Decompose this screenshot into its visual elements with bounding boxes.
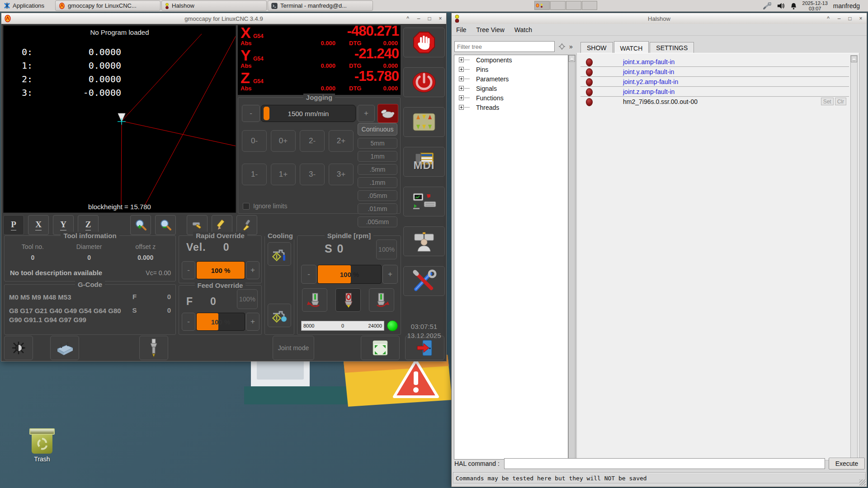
flood-coolant-button[interactable] <box>268 304 291 327</box>
tree-scrollbar[interactable] <box>568 55 576 460</box>
gmoccapy-close-button[interactable]: × <box>437 14 443 23</box>
jog-1-plus-button[interactable]: 1+ <box>271 164 296 185</box>
filter-more-chevron[interactable]: » <box>569 43 573 50</box>
spindle-ccw-button[interactable] <box>302 288 327 312</box>
filter-settings-icon[interactable] <box>558 43 566 50</box>
feed-plus-button[interactable]: + <box>246 313 259 331</box>
halshow-maximize-button[interactable]: □ <box>847 14 853 23</box>
spindle-minus-button[interactable]: - <box>301 265 316 284</box>
execute-button[interactable]: Execute <box>829 458 865 469</box>
hal-command-input[interactable] <box>504 458 825 469</box>
applications-menu-button[interactable]: Applications <box>0 0 55 11</box>
view-x-button[interactable]: X <box>28 215 49 235</box>
tab-watch[interactable]: WATCH <box>614 41 649 53</box>
dro-panel[interactable]: X G54 -480.271 Abs 0.000 DTG 0.000 Y G54… <box>238 25 401 95</box>
watch-pin-name[interactable]: joint.x.amp-fault-in <box>623 58 675 66</box>
menu-watch[interactable]: Watch <box>514 26 532 33</box>
view-z-button[interactable]: Z <box>78 215 99 235</box>
spindle-override-slider[interactable]: 100 % <box>317 265 382 284</box>
tool-measure-button[interactable] <box>187 215 208 235</box>
clr-button[interactable]: Clr <box>835 98 846 105</box>
settings-button[interactable] <box>403 266 445 296</box>
watch-pin-name[interactable]: joint.y2.amp-fault-in <box>623 78 678 85</box>
view-y-button[interactable]: Y <box>53 215 74 235</box>
feed-minus-button[interactable]: - <box>182 313 195 331</box>
jog-2-plus-button[interactable]: 2+ <box>329 130 354 152</box>
gcode-preview[interactable]: No Program loaded 0:0.0000 1:0.0000 2:0.… <box>3 25 236 213</box>
zoom-out-button[interactable] <box>155 215 176 235</box>
workspace-2[interactable] <box>550 1 566 10</box>
filter-tree-input[interactable] <box>454 41 555 52</box>
gmoccapy-minimize-button[interactable]: – <box>415 14 422 23</box>
tree-item-functions[interactable]: Functions <box>454 93 568 103</box>
task-terminal[interactable]: Terminal - manfredg@d... <box>268 0 373 11</box>
expander-plus-icon[interactable] <box>459 76 464 81</box>
watch-scrollbar[interactable] <box>850 55 858 459</box>
tool-change-button[interactable] <box>139 336 168 360</box>
increment-1mm-button[interactable]: 1mm <box>358 151 397 162</box>
increment-0005mm-button[interactable]: .005mm <box>358 216 397 227</box>
expander-plus-icon[interactable] <box>459 95 464 100</box>
tab-settings[interactable]: SETTINGS <box>650 42 694 53</box>
mist-coolant-button[interactable] <box>268 242 291 266</box>
menu-file[interactable]: File <box>456 26 467 33</box>
expander-plus-icon[interactable] <box>459 57 464 62</box>
auto-mode-button[interactable] <box>403 187 445 216</box>
feed-reset-100-button[interactable]: 100% <box>237 289 258 309</box>
joint-mode-button[interactable]: Joint mode <box>273 336 314 360</box>
jog-2-minus-button[interactable]: 2- <box>300 130 325 152</box>
workspace-4[interactable] <box>582 1 597 10</box>
watch-pin-name[interactable]: joint.z.amp-fault-in <box>623 88 675 95</box>
gmoccapy-titlebar[interactable]: gmoccapy for LinuxCNC 3.4.9 ^ – □ × <box>1 13 446 24</box>
machine-on-button[interactable] <box>403 67 445 97</box>
jog-3-plus-button[interactable]: 3+ <box>329 164 354 185</box>
menu-tree-view[interactable]: Tree View <box>476 26 505 33</box>
ignore-limits-checkbox[interactable]: Ignore limits <box>243 202 287 210</box>
halshow-titlebar[interactable]: Halshow ^ – □ × <box>452 13 867 24</box>
task-gmoccapy[interactable]: gmoccapy for LinuxCNC... <box>55 0 160 11</box>
notification-bell-icon[interactable] <box>790 2 797 9</box>
tree-item-pins[interactable]: Pins <box>454 65 568 74</box>
jog-0-plus-button[interactable]: 0+ <box>271 130 296 152</box>
zoom-in-button[interactable] <box>130 215 151 235</box>
workspace-1[interactable] <box>534 1 550 10</box>
spindle-reset-100-button[interactable]: 100% <box>376 239 397 259</box>
rapid-plus-button[interactable]: + <box>246 261 259 279</box>
spindle-cw-button[interactable] <box>369 288 394 312</box>
increment-continuous-button[interactable]: Continuous <box>358 123 397 136</box>
workspace-pager[interactable] <box>534 1 598 10</box>
gmoccapy-shade-button[interactable]: ^ <box>405 14 411 23</box>
increment-5mm-button[interactable]: 5mm <box>358 138 397 149</box>
jog-speed-minus-button[interactable]: - <box>242 105 260 122</box>
set-button[interactable]: Set <box>821 98 834 105</box>
rapid-override-slider[interactable]: 100 % <box>196 261 245 279</box>
jog-1-minus-button[interactable]: 1- <box>242 164 267 185</box>
increment-005mm-button[interactable]: .05mm <box>358 190 397 201</box>
expander-plus-icon[interactable] <box>459 67 464 72</box>
resize-grip[interactable] <box>859 479 866 486</box>
tree-item-threads[interactable]: Threads <box>454 103 568 112</box>
edit-offsets-button[interactable] <box>212 215 232 235</box>
fullscreen-button[interactable] <box>361 336 400 360</box>
increment-01mm-button[interactable]: .1mm <box>358 177 397 188</box>
gmoccapy-maximize-button[interactable]: □ <box>426 14 433 23</box>
task-halshow[interactable]: Halshow <box>161 0 267 11</box>
halshow-shade-button[interactable]: ^ <box>825 14 831 23</box>
tab-show[interactable]: SHOW <box>580 42 613 53</box>
expander-plus-icon[interactable] <box>459 86 464 91</box>
touch-off-axis-button[interactable] <box>4 336 33 360</box>
tree-item-components[interactable]: Components <box>454 55 568 65</box>
watch-pin-name[interactable]: joint.y.amp-fault-in <box>623 68 674 75</box>
tray-tool-icon[interactable] <box>763 2 771 9</box>
taskbar-clock[interactable]: 2025-12-13 03:07 <box>802 0 828 11</box>
volume-icon[interactable] <box>777 2 785 9</box>
increment-05mm-button[interactable]: .5mm <box>358 164 397 175</box>
jog-speed-plus-button[interactable]: + <box>358 105 375 122</box>
increment-001mm-button[interactable]: .01mm <box>358 203 397 214</box>
user-settings-button[interactable] <box>403 226 445 256</box>
jog-0-minus-button[interactable]: 0- <box>242 130 267 152</box>
manual-mode-button[interactable] <box>403 107 445 137</box>
touch-off-button[interactable] <box>236 215 257 235</box>
trash-icon[interactable]: Trash <box>22 428 62 463</box>
spindle-stop-button[interactable] <box>335 288 361 312</box>
